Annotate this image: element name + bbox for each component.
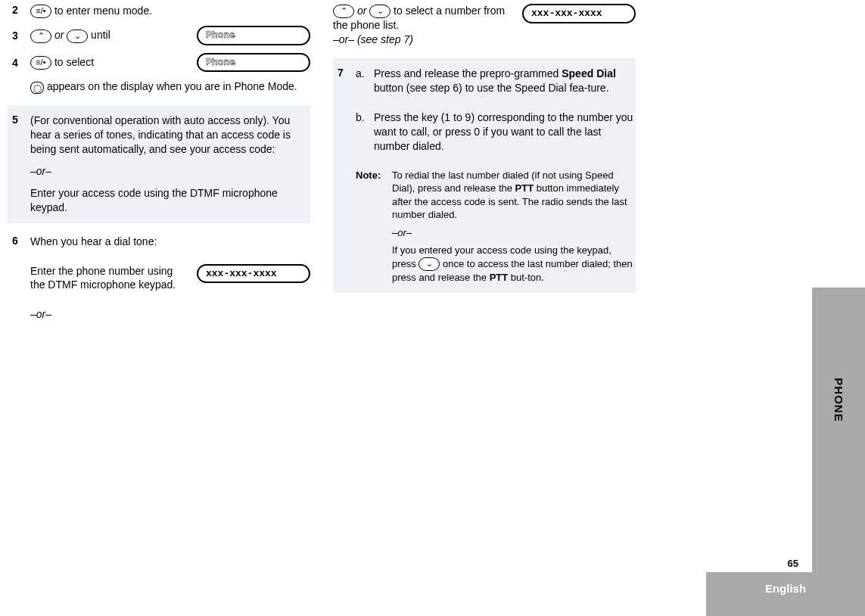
up-icon: ⌃ (30, 30, 51, 43)
note-label: Note: (356, 169, 392, 285)
enter-phone-text: Enter the phone number using the DTMF mi… (30, 264, 197, 293)
sub-a-text: Press and release the prepro-grammed Spe… (374, 67, 636, 95)
note-body: To redial the last number dialed (if not… (392, 169, 636, 285)
step-body: ≡/• to enter menu mode. (30, 4, 310, 18)
left-column: 2 ≡/• to enter menu mode. 3 ⌃ or ⌄ until… (8, 0, 333, 325)
down-icon: ⌄ (418, 257, 440, 271)
step-6-body: Enter the phone number using the DTMF mi… (8, 260, 310, 297)
select-text: to select (51, 56, 94, 68)
step5-line1: (For conventional operation with auto ac… (30, 114, 310, 157)
or-text: or (354, 5, 369, 17)
step-4: 4 ≡/• to select Phone (8, 49, 310, 76)
display-phone: Phone (197, 26, 310, 45)
footer-language: English (706, 572, 865, 616)
display-number: xxx-xxx-xxxx (197, 264, 310, 284)
page-content: 2 ≡/• to enter menu mode. 3 ⌃ or ⌄ until… (0, 0, 865, 325)
sidebar-label: PHONE (832, 378, 845, 422)
note-text: appears on the display when you are in P… (44, 80, 297, 92)
step-number: 7 (333, 67, 356, 79)
step-5: 5 (For conventional operation with auto … (8, 105, 310, 222)
sidebar-tab: PHONE (812, 288, 865, 616)
step-number: 4 (8, 57, 30, 69)
step-4-note: ◯ appears on the display when you are in… (8, 76, 310, 98)
sub-a: a. (356, 67, 374, 95)
step-number: 6 (8, 235, 30, 247)
phone-mode-icon: ◯ (30, 82, 44, 94)
step-number: 5 (8, 114, 30, 126)
step6-intro: When you hear a dial tone: (30, 235, 310, 249)
step5-line2: Enter your access code using the DTMF mi… (30, 186, 310, 215)
step-6-or: –or– (8, 303, 310, 325)
sub-b: b. (356, 110, 374, 154)
step-number: 2 (8, 4, 30, 16)
step-6: 6 When you hear a dial tone: (8, 231, 310, 253)
step-text: to enter menu mode. (51, 5, 152, 17)
or-text: –or– (30, 307, 310, 322)
step-7: 7 a. Press and release the prepro-gramme… (333, 58, 636, 293)
sub-b-text: Press the key (1 to 9) corresponding to … (374, 110, 636, 154)
step-body: ≡/• to select Phone (30, 53, 310, 73)
step-body: ⌃ or ⌄ until Phone (30, 26, 310, 45)
up-icon: ⌃ (333, 5, 354, 18)
or-text: or (51, 29, 67, 41)
until-text: until (88, 29, 110, 41)
display-phone: Phone (197, 53, 310, 73)
step-number: 3 (8, 30, 30, 42)
or-text: –or– (30, 164, 310, 179)
or-see-step7: –or– (see step 7) (333, 33, 515, 47)
page-number: 65 (788, 558, 798, 569)
down-icon: ⌄ (67, 30, 88, 43)
step-2: 2 ≡/• to enter menu mode. (8, 0, 310, 22)
or-text: –or– (392, 226, 636, 240)
menu-icon: ≡/• (30, 56, 51, 70)
down-icon: ⌄ (369, 5, 390, 18)
display-number: xxx-xxx-xxxx (522, 4, 636, 23)
menu-icon: ≡/• (30, 5, 51, 18)
step-3: 3 ⌃ or ⌄ until Phone (8, 22, 310, 49)
right-column: ⌃ or ⌄ to select a number from the phone… (333, 0, 658, 325)
note-body: ◯ appears on the display when you are in… (30, 79, 310, 94)
right-top: ⌃ or ⌄ to select a number from the phone… (333, 0, 636, 51)
